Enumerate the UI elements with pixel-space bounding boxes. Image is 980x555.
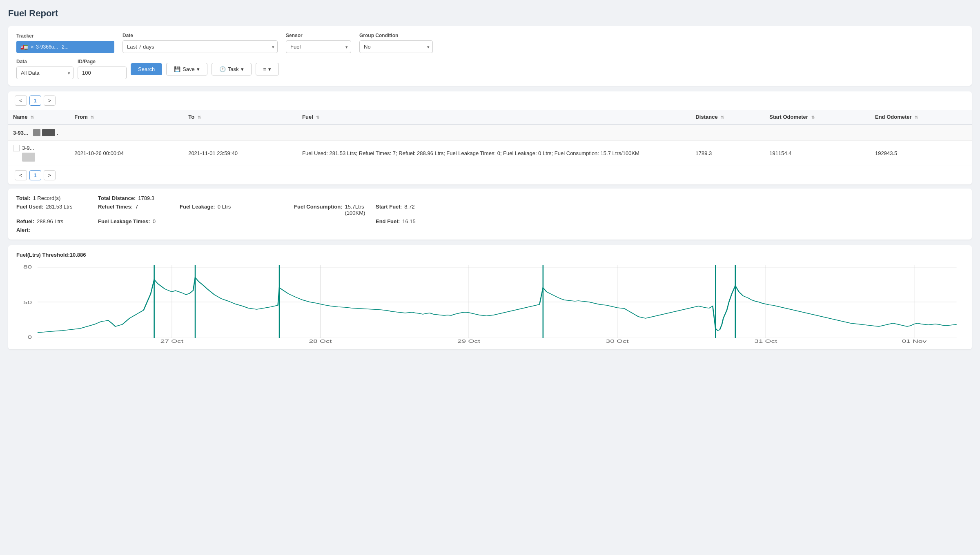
start-fuel-label: Start Fuel: [376,204,402,216]
task-button[interactable]: 🕐 Task ▾ [212,63,252,75]
fuel-consumption-value: 15.7Ltrs (100KM) [345,204,376,216]
group-row-icons: 3-93... . [13,129,58,136]
total-distance-value: 1789.3 [138,195,154,201]
prev-page-button[interactable]: < [15,95,27,106]
cell-start-odo: 191154.4 [764,141,870,166]
fuel-leakage-label: Fuel Leakage: [180,204,215,216]
fuel-leakage-times-value: 0 [153,218,156,224]
refuel-times-value: 7 [135,204,138,216]
cell-distance: 1789.3 [690,141,764,166]
alert-label: Alert: [16,227,30,233]
group-icon-dot: . [57,130,58,136]
cell-to: 2021-11-01 23:59:40 [183,141,297,166]
svg-text:27 Oct: 27 Oct [160,339,184,343]
chart-title: Fuel(Ltrs) Threshold:10.886 [16,252,964,258]
row-thumbnail [22,153,35,162]
prev-page-button-bottom[interactable]: < [15,170,27,180]
svg-text:50: 50 [23,300,32,305]
chart-section: Fuel(Ltrs) Threshold:10.886 80 50 0 [8,245,972,349]
col-name[interactable]: Name ⇅ [8,110,69,124]
tracker-input[interactable]: 🚛 × 3-9366u... 2... [16,41,114,53]
save-icon: 💾 [174,66,180,72]
svg-text:01 Nov: 01 Nov [902,339,927,343]
col-from[interactable]: From ⇅ [69,110,183,124]
svg-text:31 Oct: 31 Oct [754,339,777,343]
data-filter-select[interactable]: All Data Summary [16,67,74,79]
task-dropdown-icon: ▾ [241,66,244,72]
id-page-input[interactable] [78,67,127,79]
top-pagination: < 1 > [8,91,972,110]
page-title: Fuel Report [8,8,972,19]
next-page-button[interactable]: > [44,95,56,106]
cell-from: 2021-10-26 00:00:04 [69,141,183,166]
chart-container: 80 50 0 [16,261,964,343]
svg-text:29 Oct: 29 Oct [457,339,481,343]
table-group-row: 3-93... . [8,124,972,141]
total-label: Total: [16,195,30,201]
cell-name: 3-9... [8,141,69,166]
end-fuel-value: 16.15 [402,218,416,224]
menu-button[interactable]: ≡ ▾ [256,63,279,75]
group-condition-select[interactable]: No Yes [359,40,433,53]
sort-start-odo-icon: ⇅ [811,115,815,120]
cell-fuel: Fuel Used: 281.53 Ltrs; Refuel Times: 7;… [297,141,690,166]
fuel-table: Name ⇅ From ⇅ To ⇅ Fuel ⇅ [8,110,972,166]
sort-end-odo-icon: ⇅ [915,115,918,120]
save-dropdown-icon: ▾ [197,66,200,72]
sort-name-icon: ⇅ [31,115,34,120]
svg-text:28 Oct: 28 Oct [309,339,332,343]
refuel-value: 288.96 Ltrs [37,218,63,224]
col-end-odo[interactable]: End Odometer ⇅ [870,110,972,124]
id-page-label: ID/Page [78,59,127,64]
svg-text:0: 0 [27,335,32,340]
date-select[interactable]: Last 7 days Last 30 days Custom [122,40,278,53]
sort-fuel-icon: ⇅ [316,115,319,120]
sort-to-icon: ⇅ [198,115,201,120]
refuel-times-label: Refuel Times: [98,204,133,216]
current-page: 1 [29,95,41,106]
tracker-label: Tracker [16,33,114,39]
group-condition-label: Group Condition [359,33,433,38]
date-label: Date [122,33,278,38]
next-page-button-bottom[interactable]: > [44,170,56,180]
end-fuel-label: End Fuel: [376,218,400,224]
fuel-chart: 80 50 0 [16,261,964,343]
group-row-name: 3-93... [13,130,28,136]
fuel-consumption-label: Fuel Consumption: [294,204,342,216]
truck-icon: 🚛 [20,43,28,51]
sensor-select[interactable]: Fuel Temperature [286,40,351,53]
sort-distance-icon: ⇅ [721,115,724,120]
svg-text:80: 80 [23,264,32,269]
tracker-tag: × 3-9366u... 2... [31,44,69,50]
col-to[interactable]: To ⇅ [183,110,297,124]
total-value: 1 Record(s) [33,195,60,201]
sensor-label: Sensor [286,33,351,38]
group-icon-box1 [33,129,40,136]
fuel-leakage-times-label: Fuel Leakage Times: [98,218,150,224]
row-checkbox[interactable] [13,145,20,151]
search-button[interactable]: Search [131,63,162,75]
fuel-used-label: Fuel Used: [16,204,43,216]
menu-dropdown-icon: ▾ [268,66,271,72]
cell-end-odo: 192943.5 [870,141,972,166]
col-distance[interactable]: Distance ⇅ [690,110,764,124]
current-page-bottom: 1 [29,170,41,180]
fuel-leakage-value: 0 Ltrs [218,204,231,216]
data-filter-label: Data [16,59,74,64]
total-distance-label: Total Distance: [98,195,136,201]
col-fuel[interactable]: Fuel ⇅ [297,110,690,124]
group-icon-box2 [42,129,55,136]
table-row: 3-9... 2021-10-26 00:00:04 2021-11-01 23… [8,141,972,166]
fuel-used-value: 281.53 Ltrs [46,204,72,216]
col-start-odo[interactable]: Start Odometer ⇅ [764,110,870,124]
task-icon: 🕐 [219,66,226,72]
sort-from-icon: ⇅ [91,115,94,120]
start-fuel-value: 8.72 [404,204,414,216]
tracker-close-icon[interactable]: × [31,44,34,50]
refuel-label: Refuel: [16,218,34,224]
bottom-pagination: < 1 > [8,166,972,184]
save-button[interactable]: 💾 Save ▾ [166,63,207,75]
summary-section: Total: 1 Record(s) Total Distance: 1789.… [8,189,972,240]
svg-text:30 Oct: 30 Oct [606,339,629,343]
